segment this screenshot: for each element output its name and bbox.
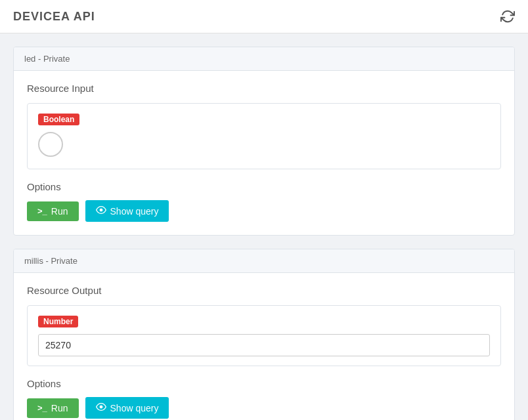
main-content: led - Private Resource Input Boolean Opt… [0,33,528,420]
led-run-icon: >_ [37,206,47,216]
led-resource-box: Boolean [27,103,501,169]
millis-header-label: millis - Private [24,256,77,266]
led-badge: Boolean [38,114,79,125]
led-options-section: Options >_ Run Show query [27,181,501,222]
led-boolean-toggle[interactable] [38,132,63,157]
led-show-query-label: Show query [110,206,159,217]
millis-resource-title: Resource Output [27,285,501,296]
led-run-button[interactable]: >_ Run [27,201,79,221]
svg-point-0 [100,209,102,211]
millis-card: millis - Private Resource Output Number … [13,249,515,420]
millis-options-title: Options [27,378,501,389]
millis-options-section: Options >_ Run Show query [27,378,501,419]
led-card: led - Private Resource Input Boolean Opt… [13,47,515,236]
led-card-body: Resource Input Boolean Options >_ Run [14,71,514,235]
millis-buttons-row: >_ Run Show query [27,397,501,419]
millis-show-query-label: Show query [110,403,159,413]
millis-run-icon: >_ [37,403,47,413]
millis-badge: Number [38,316,78,327]
millis-output-value[interactable] [38,334,490,356]
led-buttons-row: >_ Run Show query [27,200,501,222]
led-run-label: Run [51,206,68,217]
svg-point-1 [100,406,102,408]
millis-show-query-button[interactable]: Show query [85,397,169,419]
page-title: DEVICEA API [13,10,95,24]
millis-eye-icon [96,402,106,414]
top-bar: DEVICEA API [0,0,528,33]
refresh-icon[interactable] [500,9,515,24]
led-resource-title: Resource Input [27,83,501,94]
millis-card-header: millis - Private [14,249,514,273]
millis-run-label: Run [51,403,68,413]
led-options-title: Options [27,181,501,192]
led-show-query-button[interactable]: Show query [85,200,169,222]
led-header-label: led - Private [24,54,70,64]
millis-resource-box: Number [27,305,501,366]
millis-card-body: Resource Output Number Options >_ Run [14,273,514,420]
led-card-header: led - Private [14,47,514,71]
led-eye-icon [96,205,106,217]
millis-run-button[interactable]: >_ Run [27,398,79,418]
